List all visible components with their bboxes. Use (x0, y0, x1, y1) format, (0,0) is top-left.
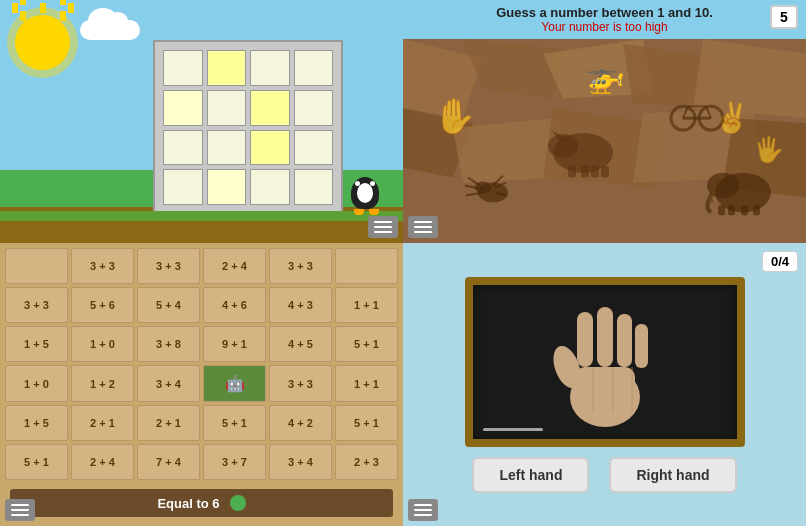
right-hand-button[interactable]: Right hand (609, 457, 736, 493)
menu-line (11, 509, 29, 511)
number-badge: 5 (770, 5, 798, 29)
math-cell[interactable]: 3 + 4 (137, 365, 200, 401)
window (294, 130, 334, 166)
math-cell[interactable]: 3 + 4 (269, 444, 332, 480)
menu-line (414, 226, 432, 228)
math-cell[interactable]: 5 + 6 (71, 287, 134, 323)
menu-line (374, 221, 392, 223)
math-cell[interactable]: 5 + 1 (335, 326, 398, 362)
window (294, 169, 334, 205)
window (250, 169, 290, 205)
equal-to-label: Equal to 6 (157, 496, 219, 511)
svg-rect-32 (741, 205, 748, 215)
menu-button-top-left[interactable] (368, 216, 398, 238)
window (250, 50, 290, 86)
math-cell[interactable]: 1 + 5 (5, 326, 68, 362)
score-badge: 0/4 (762, 251, 798, 272)
svg-rect-46 (635, 324, 648, 368)
math-cell[interactable] (335, 248, 398, 284)
svg-text:✋: ✋ (433, 95, 477, 137)
window (250, 130, 290, 166)
math-cell[interactable]: 9 + 1 (203, 326, 266, 362)
window (163, 90, 203, 126)
svg-text:🖐: 🖐 (753, 134, 785, 165)
math-cell[interactable]: 2 + 4 (203, 248, 266, 284)
menu-line (414, 514, 432, 516)
hand-buttons: Left hand Right hand (472, 457, 736, 493)
svg-rect-41 (575, 367, 635, 417)
menu-line (414, 509, 432, 511)
math-cell[interactable]: 1 + 1 (335, 287, 398, 323)
penguin-feet (351, 209, 381, 215)
math-cell[interactable]: 1 + 2 (71, 365, 134, 401)
math-cell[interactable]: 3 + 3 (71, 248, 134, 284)
foot-left (354, 209, 364, 215)
math-cell[interactable]: 3 + 3 (269, 365, 332, 401)
window (294, 50, 334, 86)
svg-rect-14 (581, 166, 589, 178)
math-cell[interactable]: 3 + 8 (137, 326, 200, 362)
math-cell[interactable]: 7 + 4 (137, 444, 200, 480)
svg-rect-43 (577, 312, 593, 367)
math-cell[interactable]: 3 + 3 (5, 287, 68, 323)
hand-recognition-panel: 0/4 (403, 243, 806, 526)
math-cell[interactable]: 5 + 4 (137, 287, 200, 323)
math-cell[interactable]: 2 + 1 (137, 405, 200, 441)
chalkboard (465, 277, 745, 447)
left-hand-button[interactable]: Left hand (472, 457, 589, 493)
math-cell[interactable]: 3 + 3 (269, 248, 332, 284)
penguin-body (351, 177, 379, 209)
hand-svg (545, 292, 665, 432)
penguin-belly (357, 183, 373, 203)
svg-rect-13 (568, 166, 576, 178)
math-cell[interactable]: 1 + 5 (5, 405, 68, 441)
math-cell[interactable]: 5 + 1 (203, 405, 266, 441)
menu-button-bottom-left[interactable] (5, 499, 35, 521)
menu-line (374, 226, 392, 228)
math-cell[interactable]: 5 + 1 (335, 405, 398, 441)
robot-icon-cell[interactable]: 🤖 (203, 365, 266, 401)
penguin (351, 177, 381, 215)
window (207, 50, 247, 86)
cloud-icon (80, 20, 140, 40)
menu-line (374, 231, 392, 233)
building-scene (0, 0, 403, 243)
menu-line (11, 514, 29, 516)
math-cell[interactable]: 3 + 7 (203, 444, 266, 480)
foot-right (369, 209, 379, 215)
svg-rect-31 (728, 205, 735, 215)
menu-button-bottom-right[interactable] (408, 499, 438, 521)
menu-line (414, 231, 432, 233)
math-grid: 3 + 3 3 + 3 2 + 4 3 + 3 3 + 3 5 + 6 5 + … (0, 243, 403, 480)
window (163, 130, 203, 166)
math-cell[interactable]: 1 + 0 (71, 326, 134, 362)
svg-rect-44 (597, 307, 613, 367)
sun-icon (15, 15, 70, 70)
window (207, 130, 247, 166)
math-cell[interactable]: 2 + 4 (71, 444, 134, 480)
math-cell[interactable]: 2 + 1 (71, 405, 134, 441)
math-cell[interactable]: 4 + 2 (269, 405, 332, 441)
math-cell[interactable]: 4 + 6 (203, 287, 266, 323)
math-cell[interactable]: 4 + 3 (269, 287, 332, 323)
helicopter: 🚁 (585, 57, 625, 95)
window (163, 169, 203, 205)
window (294, 90, 334, 126)
math-cell[interactable]: 1 + 1 (335, 365, 398, 401)
math-cell[interactable]: 2 + 3 (335, 444, 398, 480)
math-cell[interactable]: 5 + 1 (5, 444, 68, 480)
window (250, 90, 290, 126)
menu-line (414, 504, 432, 506)
math-grid-panel: 3 + 3 3 + 3 2 + 4 3 + 3 3 + 3 5 + 6 5 + … (0, 243, 403, 526)
menu-button-top-right[interactable] (408, 216, 438, 238)
cave-scene: ✋ ✌ 🖐 (403, 39, 806, 237)
svg-rect-16 (601, 166, 609, 178)
math-cell[interactable]: 4 + 5 (269, 326, 332, 362)
math-cell[interactable]: 1 + 0 (5, 365, 68, 401)
svg-rect-33 (753, 205, 760, 215)
cave-guessing-game: Guess a number between 1 and 10. Your nu… (403, 0, 806, 243)
math-cell[interactable]: 3 + 3 (137, 248, 200, 284)
window (163, 50, 203, 86)
window (207, 169, 247, 205)
math-cell[interactable] (5, 248, 68, 284)
